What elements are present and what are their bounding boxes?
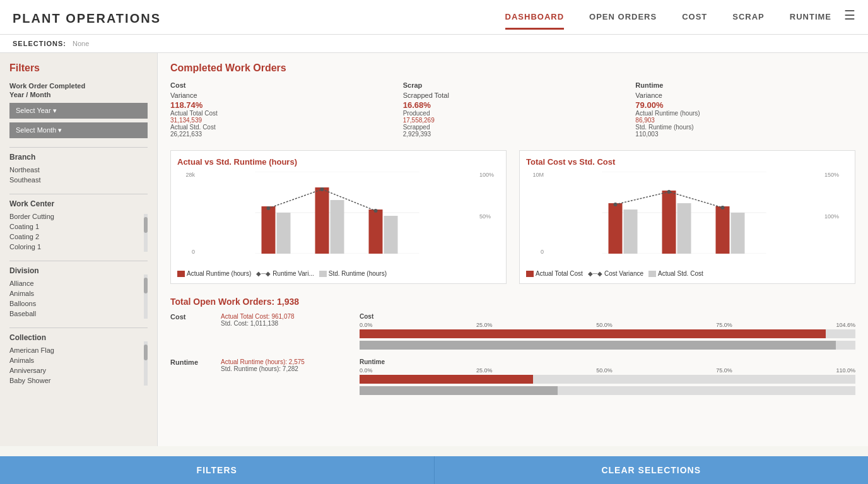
legend-color-std-runtime [319,271,327,277]
kpi-scrap-std-label: Scrapped [403,124,623,131]
wo-runtime-chart-title: Runtime [360,358,855,365]
kpi-runtime-variance-value: 79.00% [635,100,855,110]
kpi-scrap: Scrap Scrapped Total 16.68% Produced 17,… [403,81,623,138]
work-order-filter: Work Order CompletedYear / Month Select … [9,81,148,138]
page-title: PLANT OPERATIONS [13,11,161,31]
kpi-runtime-std-value: 110,003 [635,131,855,138]
kpi-cost-title: Cost [170,81,390,89]
open-wo-header: Total Open Work Orders: 1,938 [170,297,855,307]
runtime-chart-title: Actual vs Std. Runtime (hours) [177,157,500,167]
sidebar: Filters Work Order CompletedYear / Month… [0,53,158,446]
col-baby-shower[interactable]: Baby Shower [9,375,148,386]
branch-northeast[interactable]: Northeast [9,165,148,175]
branch-southeast[interactable]: Southeast [9,175,148,185]
col-anniversary[interactable]: Anniversary [9,365,148,375]
cost-chart-title: Total Cost vs Std. Cost [526,157,848,167]
kpi-runtime-variance-label: Variance [635,91,855,99]
wo-runtime-label: Runtime [170,358,208,366]
kpi-cost: Cost Variance 118.74% Actual Total Cost … [170,81,390,138]
main-nav: DASHBOARD OPEN ORDERS COST SCRAP RUNTIME [505,12,831,30]
wo-cost-bar-track [360,329,855,338]
kpi-scrap-actual-label: Produced [403,110,623,117]
hamburger-menu[interactable]: ☰ [844,8,855,28]
div-balloons[interactable]: Balloons [9,298,148,309]
cost-y-right-max: 150% [824,172,839,178]
nav-runtime[interactable]: RUNTIME [790,12,831,30]
runtime-y-right-mid: 50% [479,213,491,220]
wc-coating1[interactable]: Coating 1 [9,221,148,232]
kpi-runtime-std-label: Std. Runtime (hours) [635,124,855,131]
work-order-label: Work Order CompletedYear / Month [9,81,148,100]
kpi-scrap-title: Scrap [403,81,623,89]
filters-title: Filters [9,62,148,74]
wc-coating2[interactable]: Coating 2 [9,232,148,242]
nav-open-orders[interactable]: OPEN ORDERS [589,12,657,30]
select-year-btn[interactable]: Select Year ▾ [9,103,148,119]
runtime-axis-0: 0.0% [360,367,373,374]
wo-cost-bar-red [360,329,826,338]
cost-y-right-mid: 100% [824,213,839,220]
runtime-y-right-max: 100% [479,172,494,178]
work-center-title: Work Center [9,194,148,208]
svg-rect-20 [662,191,676,254]
kpi-scrap-variance-label: Scrapped Total [403,91,623,99]
kpi-runtime: Runtime Variance 79.00% Actual Runtime (… [635,81,855,138]
runtime-chart-svg: 2016-Q1 2016-Q2 2016-Q3 [195,172,479,254]
wc-border-cutting[interactable]: Border Cutting [9,211,148,221]
completed-wo-title: Completed Work Orders [170,62,855,74]
kpi-row: Cost Variance 118.74% Actual Total Cost … [170,81,855,138]
kpi-cost-actual-value: 31,134,539 [170,117,390,124]
col-animals[interactable]: Animals [9,355,148,365]
legend-std-runtime: Std. Runtime (hours) [319,270,387,277]
div-baseball[interactable]: Baseball [9,309,148,319]
cost-axis-2: 50.0% [596,322,613,328]
svg-rect-3 [262,206,276,254]
open-wo-label: Total Open Work Orders: [170,297,274,307]
legend-actual-runtime: Actual Runtime (hours) [177,270,251,277]
branch-title: Branch [9,147,148,162]
kpi-cost-std-value: 26,221,633 [170,131,390,138]
col-american-flag[interactable]: American Flag [9,345,148,355]
wo-runtime-bar-track2 [360,386,855,395]
svg-rect-21 [677,203,691,254]
svg-point-10 [320,187,324,191]
kpi-cost-variance-label: Variance [170,91,390,99]
nav-dashboard[interactable]: DASHBOARD [505,12,565,30]
branch-filter: Branch Northeast Southeast [9,147,148,185]
cost-chart: Total Cost vs Std. Cost 10M 0 [519,150,855,284]
runtime-axis-2: 50.0% [596,367,613,374]
selections-label: SELECTIONS: [13,40,66,47]
nav-scrap[interactable]: SCRAP [732,12,765,30]
div-animals[interactable]: Animals [9,288,148,298]
svg-point-11 [374,209,378,213]
select-month-btn[interactable]: Select Month ▾ [9,122,148,138]
charts-row: Actual vs Std. Runtime (hours) 28k 0 [170,150,855,284]
collection-title: Collection [9,328,148,342]
div-alliance[interactable]: Alliance [9,278,148,288]
kpi-scrap-actual-value: 17,558,269 [403,117,623,124]
wo-cost-values: Actual Total Cost: 961,078 Std. Cost: 1,… [221,313,347,327]
wo-runtime-std: Std. Runtime (hours): 7,282 [221,365,347,372]
legend-label-std-runtime: Std. Runtime (hours) [329,270,387,277]
runtime-axis-4: 110.0% [836,367,855,374]
svg-rect-18 [609,203,623,254]
legend-color-actual-runtime [177,271,185,277]
legend-label-actual-cost: Actual Total Cost [536,270,583,277]
wc-coloring1[interactable]: Coloring 1 [9,242,148,252]
collection-list: American Flag Animals Anniversary Baby S… [9,345,148,386]
cost-chart-svg: 2016-Q1 2016-Q2 2016-Q3 [544,172,824,254]
kpi-runtime-actual-label: Actual Runtime (hours) [635,110,855,117]
work-center-filter: Work Center Border Cutting Coating 1 Coa… [9,194,148,252]
legend-label-cost-variance: Cost Variance [604,270,643,277]
kpi-cost-std-label: Actual Std. Cost [170,124,390,131]
kpi-scrap-std-value: 2,929,393 [403,131,623,138]
wo-cost-std: Std. Cost: 1,011,138 [221,320,347,327]
cost-y-max: 10M [532,172,544,178]
svg-point-25 [667,190,671,194]
nav-cost[interactable]: COST [682,12,707,30]
wo-runtime-bar-track [360,375,855,384]
header: PLANT OPERATIONS DASHBOARD OPEN ORDERS C… [0,0,868,35]
wo-runtime-values: Actual Runtime (hours): 2,575 Std. Runti… [221,358,347,372]
runtime-axis-3: 75.0% [716,367,732,374]
legend-label-std-cost: Actual Std. Cost [658,270,703,277]
